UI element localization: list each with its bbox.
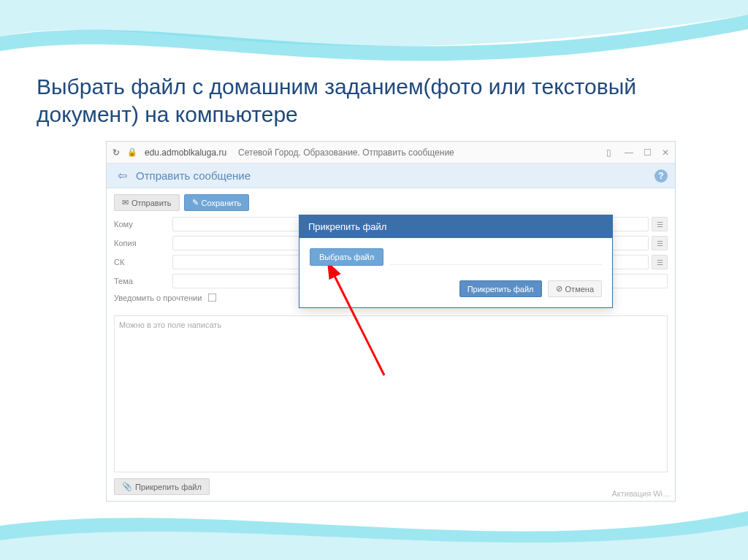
save-icon: ✎ <box>192 198 199 207</box>
send-button[interactable]: ✉ Отправить <box>114 194 180 211</box>
browser-window: ↻ 🔒 edu.admoblkaluga.ru Сетевой Город. О… <box>106 141 676 502</box>
modal-title: Прикрепить файл <box>299 215 612 238</box>
bcc-label: СК <box>114 258 172 266</box>
cancel-icon: ⊘ <box>556 284 562 294</box>
send-icon: ✉ <box>122 198 129 207</box>
to-picker-icon[interactable]: ☰ <box>652 217 668 231</box>
modal-attach-button[interactable]: Прикрепить файл <box>459 280 542 297</box>
bcc-picker-icon[interactable]: ☰ <box>652 255 668 269</box>
subject-label: Тема <box>114 277 172 285</box>
maximize-icon[interactable]: ☐ <box>644 147 652 158</box>
bookmark-icon[interactable]: ▯ <box>606 147 611 158</box>
to-label: Кому <box>114 220 172 229</box>
notify-checkbox[interactable] <box>208 294 217 302</box>
windows-activation-watermark: Активация Wi… <box>611 489 671 498</box>
attach-file-button[interactable]: 📎 Прикрепить файл <box>114 478 210 495</box>
save-button[interactable]: ✎ Сохранить <box>184 194 250 211</box>
toolbar: ✉ Отправить ✎ Сохранить <box>107 188 675 217</box>
lock-icon: 🔒 <box>127 147 137 157</box>
modal-cancel-button[interactable]: ⊘ Отмена <box>548 280 602 297</box>
file-path-field <box>390 249 602 265</box>
notify-label: Уведомить о прочтении <box>114 294 202 302</box>
reload-icon[interactable]: ↻ <box>112 147 120 158</box>
app-header: ⇦ Отправить сообщение ? <box>107 164 675 188</box>
attach-file-modal: Прикрепить файл Выбрать файл Прикрепить … <box>299 215 613 308</box>
minimize-icon[interactable]: — <box>625 147 633 158</box>
message-body[interactable]: Можно в это поле написать <box>114 315 668 472</box>
slide-title: Выбрать файл с домашним заданием(фото ил… <box>37 73 711 128</box>
cc-label: Копия <box>114 239 172 248</box>
back-arrow-icon[interactable]: ⇦ <box>114 168 130 184</box>
close-icon[interactable]: ✕ <box>662 147 669 158</box>
tab-title: Сетевой Город. Образование. Отправить со… <box>238 147 454 158</box>
help-icon[interactable]: ? <box>654 169 668 183</box>
url-host: edu.admoblkaluga.ru <box>145 147 226 158</box>
cc-picker-icon[interactable]: ☰ <box>652 236 668 250</box>
page-title: Отправить сообщение <box>136 169 251 182</box>
choose-file-button[interactable]: Выбрать файл <box>310 248 383 266</box>
paperclip-icon: 📎 <box>122 482 132 491</box>
address-bar: ↻ 🔒 edu.admoblkaluga.ru Сетевой Город. О… <box>107 142 675 164</box>
